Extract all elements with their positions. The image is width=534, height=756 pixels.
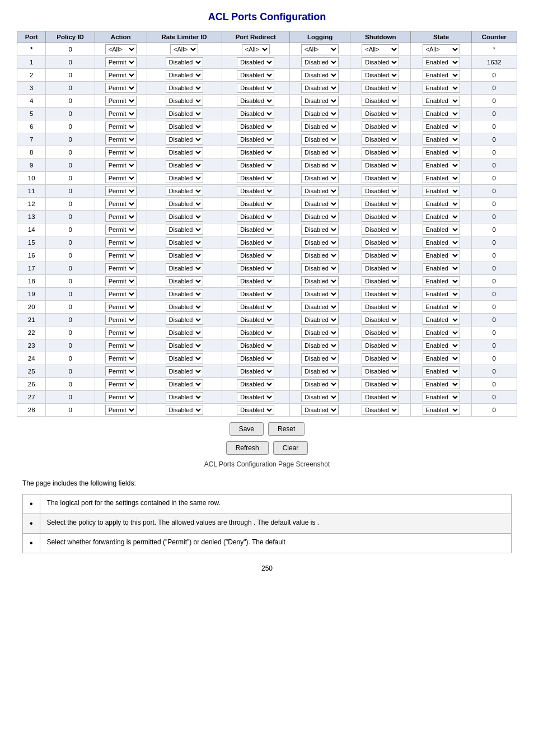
state-select[interactable]: EnabledDisabled — [423, 57, 460, 67]
shutdown-select[interactable]: DisabledEnabled — [362, 96, 399, 106]
port-redirect-cell[interactable]: DisabledEnabled — [222, 236, 289, 249]
logging-cell[interactable]: DisabledEnabled — [289, 211, 350, 223]
rate-limiter-all[interactable]: <All> — [147, 43, 222, 56]
state-cell[interactable]: EnabledDisabled — [411, 82, 471, 95]
action-cell[interactable]: PermitDeny — [95, 288, 147, 301]
rate-limiter-cell[interactable]: DisabledEnabled — [147, 365, 222, 378]
rate-limiter-cell[interactable]: DisabledEnabled — [147, 314, 222, 326]
logging-cell[interactable]: DisabledEnabled — [289, 133, 350, 146]
shutdown-select[interactable]: DisabledEnabled — [362, 225, 399, 235]
action-select[interactable]: PermitDeny — [105, 392, 137, 402]
rate-limiter-select[interactable]: DisabledEnabled — [166, 263, 203, 273]
port-redirect-select[interactable]: DisabledEnabled — [237, 225, 274, 235]
action-select[interactable]: PermitDeny — [105, 160, 137, 170]
rate-limiter-select[interactable]: DisabledEnabled — [166, 302, 203, 312]
shutdown-cell[interactable]: DisabledEnabled — [350, 275, 411, 288]
state-cell[interactable]: EnabledDisabled — [411, 172, 471, 185]
rate-limiter-cell[interactable]: DisabledEnabled — [147, 275, 222, 288]
shutdown-cell[interactable]: DisabledEnabled — [350, 288, 411, 301]
port-redirect-select[interactable]: DisabledEnabled — [237, 250, 274, 260]
rate-limiter-cell[interactable]: DisabledEnabled — [147, 391, 222, 404]
logging-cell[interactable]: DisabledEnabled — [289, 365, 350, 378]
shutdown-select[interactable]: DisabledEnabled — [362, 199, 399, 209]
logging-select[interactable]: DisabledEnabled — [301, 405, 339, 415]
action-select[interactable]: PermitDeny — [105, 212, 137, 222]
port-redirect-select[interactable]: DisabledEnabled — [237, 199, 274, 209]
rate-limiter-select[interactable]: DisabledEnabled — [166, 392, 203, 402]
shutdown-cell[interactable]: DisabledEnabled — [350, 262, 411, 275]
rate-limiter-cell[interactable]: DisabledEnabled — [147, 404, 222, 417]
shutdown-select[interactable]: DisabledEnabled — [362, 134, 399, 144]
state-cell[interactable]: EnabledDisabled — [411, 391, 471, 404]
state-cell[interactable]: EnabledDisabled — [411, 249, 471, 262]
shutdown-select[interactable]: DisabledEnabled — [362, 109, 399, 119]
shutdown-select[interactable]: DisabledEnabled — [362, 289, 399, 299]
rate-limiter-select[interactable]: DisabledEnabled — [166, 353, 203, 363]
logging-select[interactable]: DisabledEnabled — [301, 109, 339, 119]
port-redirect-cell[interactable]: DisabledEnabled — [222, 275, 289, 288]
port-redirect-cell[interactable]: DisabledEnabled — [222, 391, 289, 404]
logging-select[interactable]: DisabledEnabled — [301, 134, 339, 144]
action-all[interactable]: <All>PermitDeny — [95, 43, 147, 56]
port-redirect-cell[interactable]: DisabledEnabled — [222, 159, 289, 172]
state-cell[interactable]: EnabledDisabled — [411, 95, 471, 108]
shutdown-select[interactable]: DisabledEnabled — [362, 302, 399, 312]
logging-select[interactable]: DisabledEnabled — [301, 70, 339, 80]
logging-cell[interactable]: DisabledEnabled — [289, 172, 350, 185]
rate-limiter-select[interactable]: DisabledEnabled — [166, 109, 203, 119]
logging-cell[interactable]: DisabledEnabled — [289, 236, 350, 249]
action-select[interactable]: PermitDeny — [105, 289, 137, 299]
state-cell[interactable]: EnabledDisabled — [411, 339, 471, 352]
state-select[interactable]: EnabledDisabled — [423, 109, 460, 119]
rate-limiter-select[interactable]: DisabledEnabled — [166, 237, 203, 248]
action-cell[interactable]: PermitDeny — [95, 185, 147, 198]
shutdown-select[interactable]: DisabledEnabled — [362, 70, 399, 80]
shutdown-select[interactable]: DisabledEnabled — [362, 315, 399, 325]
rate-limiter-cell[interactable]: DisabledEnabled — [147, 198, 222, 211]
state-cell[interactable]: EnabledDisabled — [411, 236, 471, 249]
action-select[interactable]: PermitDeny — [105, 366, 137, 376]
logging-cell[interactable]: DisabledEnabled — [289, 198, 350, 211]
action-cell[interactable]: PermitDeny — [95, 301, 147, 314]
rate-limiter-select[interactable]: DisabledEnabled — [166, 315, 203, 325]
logging-select-all[interactable]: <All>DisabledEnabled — [301, 44, 339, 54]
shutdown-cell[interactable]: DisabledEnabled — [350, 159, 411, 172]
rate-limiter-select[interactable]: DisabledEnabled — [166, 250, 203, 260]
state-cell[interactable]: EnabledDisabled — [411, 146, 471, 159]
rate-limiter-cell[interactable]: DisabledEnabled — [147, 69, 222, 82]
state-cell[interactable]: EnabledDisabled — [411, 159, 471, 172]
port-redirect-select-all[interactable]: <All> — [242, 44, 270, 54]
logging-select[interactable]: DisabledEnabled — [301, 302, 339, 312]
logging-cell[interactable]: DisabledEnabled — [289, 249, 350, 262]
rate-limiter-cell[interactable]: DisabledEnabled — [147, 262, 222, 275]
state-cell[interactable]: EnabledDisabled — [411, 133, 471, 146]
state-select[interactable]: EnabledDisabled — [423, 405, 460, 415]
logging-select[interactable]: DisabledEnabled — [301, 392, 339, 402]
shutdown-cell[interactable]: DisabledEnabled — [350, 133, 411, 146]
logging-select[interactable]: DisabledEnabled — [301, 173, 339, 183]
port-redirect-select[interactable]: DisabledEnabled — [237, 122, 274, 132]
shutdown-cell[interactable]: DisabledEnabled — [350, 223, 411, 236]
rate-limiter-cell[interactable]: DisabledEnabled — [147, 211, 222, 223]
logging-cell[interactable]: DisabledEnabled — [289, 378, 350, 391]
port-redirect-select[interactable]: DisabledEnabled — [237, 147, 274, 157]
action-select[interactable]: PermitDeny — [105, 122, 137, 132]
rate-limiter-cell[interactable]: DisabledEnabled — [147, 172, 222, 185]
state-cell[interactable]: EnabledDisabled — [411, 301, 471, 314]
shutdown-cell[interactable]: DisabledEnabled — [350, 56, 411, 69]
rate-limiter-select[interactable]: DisabledEnabled — [166, 289, 203, 299]
port-redirect-cell[interactable]: DisabledEnabled — [222, 249, 289, 262]
rate-limiter-select[interactable]: DisabledEnabled — [166, 83, 203, 93]
shutdown-cell[interactable]: DisabledEnabled — [350, 198, 411, 211]
action-cell[interactable]: PermitDeny — [95, 159, 147, 172]
state-select[interactable]: EnabledDisabled — [423, 96, 460, 106]
logging-select[interactable]: DisabledEnabled — [301, 57, 339, 67]
shutdown-cell[interactable]: DisabledEnabled — [350, 339, 411, 352]
logging-cell[interactable]: DisabledEnabled — [289, 223, 350, 236]
shutdown-select[interactable]: DisabledEnabled — [362, 328, 399, 338]
shutdown-cell[interactable]: DisabledEnabled — [350, 391, 411, 404]
port-redirect-select[interactable]: DisabledEnabled — [237, 83, 274, 93]
port-redirect-cell[interactable]: DisabledEnabled — [222, 288, 289, 301]
logging-cell[interactable]: DisabledEnabled — [289, 404, 350, 417]
action-cell[interactable]: PermitDeny — [95, 326, 147, 339]
